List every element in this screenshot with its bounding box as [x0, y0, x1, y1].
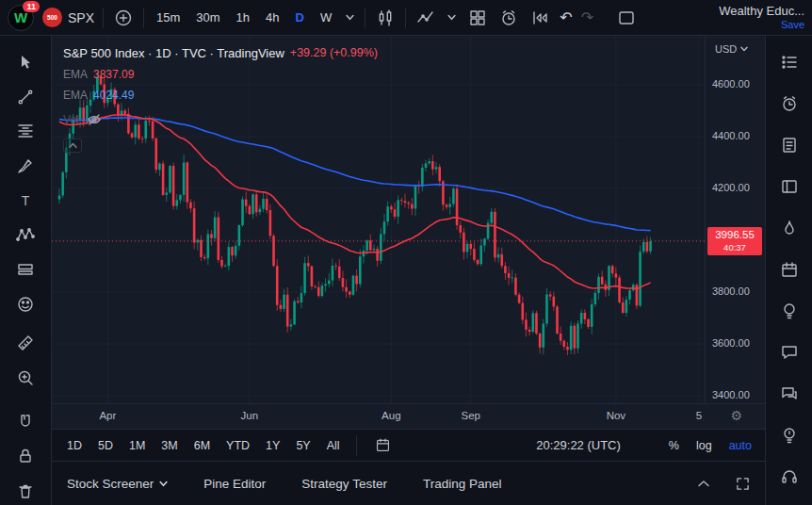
go-to-date-icon[interactable]	[373, 435, 393, 455]
tab-label: Trading Panel	[423, 477, 502, 491]
range-all[interactable]: All	[327, 439, 340, 452]
interval-4h[interactable]: 4h	[262, 8, 283, 27]
magnet-tool-icon[interactable]	[9, 408, 41, 436]
xabcd-pattern-tool-icon[interactable]	[9, 221, 41, 250]
interval-1h[interactable]: 1h	[233, 8, 253, 27]
save-layout-icon[interactable]	[615, 7, 638, 29]
layout-name-block[interactable]: Wealthy Educ... Save	[706, 5, 804, 31]
text-tool-icon[interactable]: T	[9, 187, 41, 215]
legend-collapse-button[interactable]	[63, 138, 82, 153]
session-clock[interactable]: 20:29:22 (UTC)	[536, 438, 621, 452]
last-price-label: 3996.55 40:37	[707, 227, 762, 255]
ema-fast-label[interactable]: EMA	[63, 69, 88, 80]
lock-tool-icon[interactable]	[9, 442, 41, 470]
watchlist-icon[interactable]	[775, 48, 804, 76]
ideas-bulb-icon[interactable]	[775, 297, 804, 325]
messages-icon[interactable]	[775, 380, 804, 408]
compare-add-icon[interactable]	[112, 7, 135, 29]
price-tick: 3600.00	[712, 337, 750, 349]
eye-hidden-icon[interactable]	[85, 110, 104, 129]
news-icon[interactable]	[775, 131, 804, 159]
brush-tool-icon[interactable]	[9, 152, 41, 180]
trendline-tool-icon[interactable]	[9, 83, 41, 111]
divider	[356, 435, 357, 456]
ema-fast-value: 3837.09	[93, 69, 134, 80]
chat-icon[interactable]	[775, 338, 804, 367]
price-scale[interactable]: USD 4600.004400.004200.004000.003800.003…	[705, 36, 765, 403]
range-1d[interactable]: 1D	[67, 439, 82, 452]
log-scale-button[interactable]: log	[696, 439, 712, 452]
symbol-search-button[interactable]: 500 SPX	[42, 8, 94, 27]
time-axis[interactable]: AprJunAugSepNov5 ⚙	[52, 403, 765, 429]
redo-icon[interactable]: ↷	[581, 10, 593, 25]
currency-label: USD	[715, 43, 737, 55]
help-headset-icon[interactable]	[775, 463, 804, 491]
interval-15m[interactable]: 15m	[153, 8, 184, 27]
price-tick: 4600.00	[712, 78, 750, 90]
cursor-tool-icon[interactable]	[9, 48, 41, 76]
legend-change-value: +39.29 (+0.99%)	[290, 47, 378, 59]
ema-slow-value: 4024.49	[93, 90, 134, 101]
fullscreen-icon[interactable]	[734, 475, 752, 493]
bar-replay-icon[interactable]	[528, 7, 551, 29]
undo-icon[interactable]: ↶	[560, 10, 572, 25]
interval-menu-chevron-down-icon[interactable]	[344, 12, 356, 23]
alert-clock-icon[interactable]	[497, 7, 520, 29]
notebook-icon[interactable]	[775, 172, 804, 201]
range-1m[interactable]: 1M	[129, 439, 145, 452]
chart-style-candles-icon[interactable]	[374, 7, 397, 29]
percent-scale-button[interactable]: %	[669, 439, 679, 452]
range-3m[interactable]: 3M	[161, 439, 177, 452]
interval-1d[interactable]: D	[292, 8, 308, 27]
gear-icon[interactable]: ⚙	[730, 409, 742, 422]
time-tick: Sep	[461, 410, 479, 421]
zoom-tool-icon[interactable]	[9, 364, 41, 392]
time-tick: Jun	[241, 410, 259, 421]
tab-stock-screener[interactable]: Stock Screener	[67, 477, 168, 491]
range-5d[interactable]: 5D	[98, 439, 113, 452]
divider	[103, 8, 104, 28]
tab-label: Pine Editor	[203, 477, 266, 491]
layout-grid-icon[interactable]	[466, 7, 489, 29]
alerts-icon[interactable]	[775, 90, 804, 118]
range-ytd[interactable]: YTD	[226, 439, 250, 452]
tab-pine-editor[interactable]: Pine Editor	[203, 477, 266, 491]
time-tick: Apr	[99, 410, 116, 421]
streams-icon[interactable]	[775, 421, 804, 449]
interval-1w[interactable]: W	[317, 8, 335, 27]
time-tick: Nov	[607, 410, 625, 421]
calendar-icon[interactable]	[775, 255, 804, 284]
panel-chevron-up-icon[interactable]	[696, 475, 711, 493]
emoji-tool-icon[interactable]	[9, 290, 41, 318]
notification-badge[interactable]: 11	[23, 1, 40, 12]
save-button[interactable]: Save	[706, 19, 804, 31]
price-tick: 4400.00	[712, 130, 750, 141]
bar-countdown: 40:37	[707, 242, 762, 252]
sp500-logo-icon: 500	[42, 8, 62, 27]
position-tool-icon[interactable]	[9, 256, 41, 285]
range-1y[interactable]: 1Y	[266, 439, 280, 452]
app-logo[interactable]: W 11	[8, 5, 34, 31]
ema-slow-label[interactable]: EMA	[63, 90, 88, 101]
range-5y[interactable]: 5Y	[296, 439, 310, 452]
auto-scale-button[interactable]: auto	[729, 439, 752, 452]
volume-label[interactable]: Vol	[63, 114, 79, 125]
hotlist-flame-icon[interactable]	[775, 214, 804, 242]
fib-retracement-tool-icon[interactable]	[9, 118, 41, 146]
top-toolbar: W 11 500 SPX 15m 30m 1h 4h D W	[0, 0, 812, 36]
tab-strategy-tester[interactable]: Strategy Tester	[301, 477, 387, 491]
legend-symbol-title[interactable]: S&P 500 Index · 1D · TVC · TradingView	[63, 47, 284, 59]
currency-selector[interactable]: USD	[715, 43, 748, 55]
indicators-icon[interactable]	[414, 7, 437, 29]
interval-30m[interactable]: 30m	[192, 8, 223, 27]
range-6m[interactable]: 6M	[194, 439, 210, 452]
price-tick: 3400.00	[712, 389, 750, 400]
trash-tool-icon[interactable]	[9, 477, 41, 505]
main-area: T	[0, 36, 812, 505]
time-tick: 5	[696, 410, 702, 421]
scale-buttons: % log auto	[669, 439, 752, 452]
layout-name[interactable]: Wealthy Educ...	[706, 5, 804, 19]
tab-trading-panel[interactable]: Trading Panel	[423, 477, 502, 491]
indicators-chevron-down-icon[interactable]	[446, 12, 458, 23]
measure-tool-icon[interactable]	[9, 329, 41, 357]
